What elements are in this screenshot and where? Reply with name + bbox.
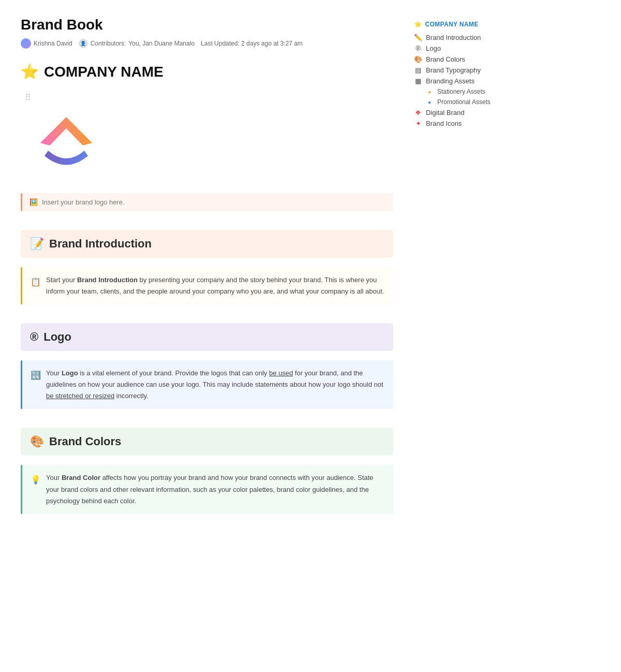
logo-title: Logo — [43, 330, 71, 344]
sidebar: ⭐ COMPANY NAME ✏️ Brand Introduction ® L… — [414, 17, 518, 533]
clickup-logo — [25, 107, 108, 179]
page-title: Brand Book — [21, 17, 393, 33]
brand-colors-heading: 🎨 Brand Colors — [21, 428, 393, 456]
contributors-icon: 👤 — [79, 39, 88, 48]
brand-colors-text: Your Brand Color affects how you portray… — [46, 472, 385, 506]
sidebar-item-logo[interactable]: ® Logo — [414, 43, 518, 54]
sidebar-brand-intro-icon: ✏️ — [414, 34, 422, 41]
brand-colors-content: 💡 Your Brand Color affects how you portr… — [21, 465, 393, 514]
brand-introduction-text: Start your Brand Introduction by present… — [46, 274, 385, 297]
insert-icon: 🖼️ — [29, 198, 38, 206]
sidebar-stationery-dot-icon: ● — [425, 89, 434, 95]
sidebar-item-brand-typography[interactable]: ▤ Brand Typography — [414, 65, 518, 76]
brand-colors-icon: 🎨 — [30, 435, 44, 448]
sidebar-item-brand-icons[interactable]: ✦ Brand Icons — [414, 118, 518, 129]
logo-text: Your Logo is a vital element of your bra… — [46, 368, 385, 402]
sidebar-promotional-dot-icon: ● — [425, 99, 434, 105]
sidebar-stationery-label: Stationery Assets — [437, 88, 485, 95]
sidebar-item-brand-introduction[interactable]: ✏️ Brand Introduction — [414, 32, 518, 43]
sidebar-item-digital-brand[interactable]: ❖ Digital Brand — [414, 107, 518, 118]
sidebar-brand-colors-label: Brand Colors — [426, 55, 465, 63]
logo-block-icon: 🔣 — [31, 368, 41, 402]
sidebar-company-title: ⭐ COMPANY NAME — [414, 21, 518, 28]
sidebar-digital-brand-label: Digital Brand — [426, 109, 464, 116]
main-content: Brand Book Krishna David 👤 Contributors:… — [21, 17, 393, 533]
meta-row: Krishna David 👤 Contributors: You, Jan D… — [21, 38, 393, 49]
sidebar-brand-intro-label: Brand Introduction — [426, 34, 481, 41]
sidebar-item-branding-assets[interactable]: ▦ Branding Assets — [414, 76, 518, 86]
brand-introduction-heading: 📝 Brand Introduction — [21, 230, 393, 258]
sidebar-logo-icon: ® — [414, 45, 422, 52]
contributors-label: Contributors: — [91, 40, 126, 47]
drag-handle[interactable]: ⠿ — [25, 93, 393, 103]
sidebar-brand-colors-icon: 🎨 — [414, 55, 422, 63]
sidebar-company-name: COMPANY NAME — [425, 21, 478, 28]
company-name: COMPANY NAME — [44, 64, 164, 80]
sidebar-brand-icons-icon: ✦ — [414, 120, 422, 127]
logo-heading: ® Logo — [21, 323, 393, 351]
sidebar-brand-icons-label: Brand Icons — [426, 120, 462, 127]
sidebar-logo-label: Logo — [426, 45, 441, 52]
sidebar-promotional-label: Promotional Assets — [437, 98, 491, 106]
sidebar-star-icon: ⭐ — [414, 21, 422, 28]
sidebar-brand-typography-label: Brand Typography — [426, 66, 481, 74]
contributors-names: You, Jan Duane Manalo — [128, 40, 195, 47]
logo-icon: ® — [30, 330, 38, 344]
brand-intro-block-icon: 📋 — [31, 275, 41, 297]
brand-colors-title: Brand Colors — [49, 435, 121, 448]
logo-content: 🔣 Your Logo is a vital element of your b… — [21, 360, 393, 409]
brand-introduction-content: 📋 Start your Brand Introduction by prese… — [21, 267, 393, 304]
logo-area: ⠿ — [21, 93, 393, 181]
sidebar-branding-assets-label: Branding Assets — [426, 77, 475, 85]
sidebar-brand-typography-icon: ▤ — [414, 66, 422, 74]
author-avatar — [21, 38, 31, 49]
company-heading: ⭐ COMPANY NAME — [21, 63, 393, 80]
author-name: Krishna David — [34, 40, 72, 47]
sidebar-item-promotional-assets[interactable]: ● Promotional Assets — [414, 97, 518, 107]
sidebar-branding-assets-icon: ▦ — [414, 77, 422, 85]
insert-logo-block[interactable]: 🖼️ Insert your brand logo here. — [21, 193, 393, 211]
contributors-info: 👤 Contributors: You, Jan Duane Manalo — [79, 39, 195, 48]
sidebar-item-stationery-assets[interactable]: ● Stationery Assets — [414, 86, 518, 97]
insert-placeholder-text: Insert your brand logo here. — [42, 198, 125, 206]
author-info: Krishna David — [21, 38, 72, 49]
brand-introduction-title: Brand Introduction — [49, 237, 152, 251]
sidebar-item-brand-colors[interactable]: 🎨 Brand Colors — [414, 54, 518, 65]
last-updated: Last Updated: 2 days ago at 3:27 am — [201, 40, 303, 47]
star-icon: ⭐ — [21, 63, 39, 80]
svg-marker-0 — [40, 117, 92, 145]
sidebar-digital-brand-icon: ❖ — [414, 109, 422, 116]
brand-intro-icon: 📝 — [30, 237, 44, 251]
brand-colors-block-icon: 💡 — [31, 473, 41, 506]
